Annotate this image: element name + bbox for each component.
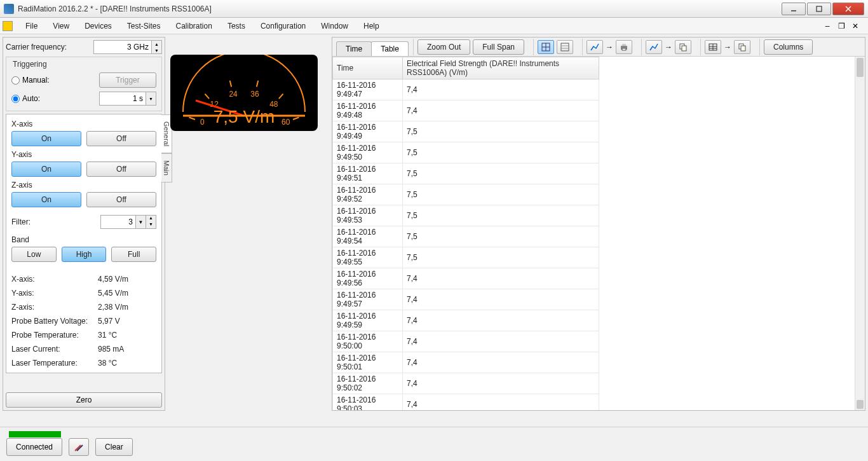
cell-time: 16-11-2016 9:49:53 (333, 205, 403, 226)
readout-value: 2,38 V/m (98, 303, 128, 312)
svg-rect-20 (561, 43, 569, 51)
trigger-button[interactable]: Trigger (99, 72, 156, 88)
spin-down-icon[interactable]: ▼ (151, 47, 161, 53)
table-row[interactable]: 16-11-2016 9:49:557,5 (333, 247, 599, 268)
carrier-freq-label: Carrier frequency: (6, 43, 90, 52)
readout-label: Laser Temperature: (11, 359, 98, 368)
close-button[interactable] (832, 3, 864, 15)
menu-file[interactable]: File (18, 19, 45, 33)
readout-label: Probe Temperature: (11, 331, 98, 340)
full-span-button[interactable]: Full Span (473, 39, 524, 55)
svg-line-10 (257, 81, 258, 87)
table-row[interactable]: 16-11-2016 9:50:007,4 (333, 331, 599, 352)
zoom-out-button[interactable]: Zoom Out (417, 39, 470, 55)
readout-value: 5,45 V/m (98, 289, 128, 298)
menu-devices[interactable]: Devices (77, 19, 119, 33)
table-row[interactable]: 16-11-2016 9:49:477,4 (333, 79, 599, 100)
table-icon[interactable] (705, 40, 721, 54)
tab-table[interactable]: Table (371, 41, 409, 56)
axis-panel: General Main X-axis OnOff Y-axis OnOff Z… (6, 114, 162, 373)
filter-input[interactable]: 3 (100, 215, 136, 229)
table-row[interactable]: 16-11-2016 9:49:517,5 (333, 163, 599, 184)
band-full-button[interactable]: Full (111, 247, 156, 262)
xaxis-on-button[interactable]: On (11, 131, 81, 146)
table-row[interactable]: 16-11-2016 9:49:577,4 (333, 289, 599, 310)
readout-label: Z-axis: (11, 303, 98, 312)
mdi-restore-icon[interactable]: ❐ (836, 22, 846, 31)
tab-time[interactable]: Time (336, 41, 372, 56)
filter-dropdown-icon[interactable]: ▼ (136, 215, 146, 229)
maximize-button[interactable] (807, 3, 831, 15)
yaxis-off-button[interactable]: Off (86, 162, 156, 177)
zaxis-off-button[interactable]: Off (86, 192, 156, 207)
minimize-button[interactable] (782, 3, 806, 15)
grid-major-icon[interactable] (538, 40, 554, 54)
menu-test-sites[interactable]: Test-Sites (119, 19, 168, 33)
grid-minor-icon[interactable] (557, 40, 573, 54)
copy-icon[interactable] (675, 40, 691, 54)
mdi-minimize-icon[interactable]: – (822, 22, 832, 31)
zero-button[interactable]: Zero (6, 392, 162, 408)
gauge-value: 7,5 V/m (170, 107, 318, 127)
yaxis-on-button[interactable]: On (11, 162, 81, 177)
copy2-icon[interactable] (734, 40, 750, 54)
svg-rect-25 (622, 48, 626, 50)
band-low-button[interactable]: Low (11, 247, 57, 262)
cell-time: 16-11-2016 9:50:00 (333, 331, 403, 352)
tools-icon[interactable] (69, 438, 89, 456)
table-row[interactable]: 16-11-2016 9:49:527,5 (333, 184, 599, 205)
table-row[interactable]: 16-11-2016 9:50:027,4 (333, 373, 599, 394)
connected-button[interactable]: Connected (6, 438, 62, 456)
readout-value: 38 °C (98, 359, 117, 368)
table-row[interactable]: 16-11-2016 9:49:487,4 (333, 100, 599, 121)
readout-label: Laser Current: (11, 345, 98, 354)
col-time[interactable]: Time (333, 57, 403, 79)
table-row[interactable]: 16-11-2016 9:50:017,4 (333, 352, 599, 373)
chart-line-icon[interactable] (587, 40, 603, 54)
table-row[interactable]: 16-11-2016 9:50:037,4 (333, 394, 599, 411)
vertical-scrollbar[interactable] (855, 57, 865, 410)
readout-row: Laser Current:985 mA (11, 345, 156, 354)
menu-configuration[interactable]: Configuration (253, 19, 313, 33)
clear-button[interactable]: Clear (95, 438, 133, 456)
xaxis-off-button[interactable]: Off (86, 131, 156, 146)
menu-tests[interactable]: Tests (220, 19, 253, 33)
menu-calibration[interactable]: Calibration (168, 19, 220, 33)
filter-spin-down-icon[interactable]: ▼ (146, 222, 156, 228)
auto-radio[interactable] (11, 95, 20, 103)
cell-time: 16-11-2016 9:49:56 (333, 268, 403, 289)
readout-value: 31 °C (98, 331, 117, 340)
spin-up-icon[interactable]: ▲ (151, 41, 161, 47)
cell-time: 16-11-2016 9:49:57 (333, 289, 403, 310)
readout-label: Y-axis: (11, 289, 98, 298)
columns-button[interactable]: Columns (764, 39, 813, 55)
auto-interval-input[interactable]: 1 s▼ (99, 92, 156, 106)
readout-row: Probe Battery Voltage:5,97 V (11, 317, 156, 326)
yaxis-label: Y-axis (11, 150, 156, 159)
table-row[interactable]: 16-11-2016 9:49:547,5 (333, 226, 599, 247)
filter-spin-up-icon[interactable]: ▲ (146, 216, 156, 222)
col-field[interactable]: Electrical Field Strength (DARE!! Instru… (403, 57, 599, 79)
right-panel: Time Table Zoom Out Full Span → → (332, 37, 865, 411)
chart-line2-icon[interactable] (646, 40, 662, 54)
table-row[interactable]: 16-11-2016 9:49:507,5 (333, 142, 599, 163)
print-icon[interactable] (616, 40, 632, 54)
carrier-freq-input[interactable]: 3 GHz▲▼ (93, 40, 162, 54)
table-row[interactable]: 16-11-2016 9:49:597,4 (333, 310, 599, 331)
cell-time: 16-11-2016 9:50:01 (333, 352, 403, 373)
menu-view[interactable]: View (45, 19, 77, 33)
menu-help[interactable]: Help (356, 19, 387, 33)
side-tab-main[interactable]: Main (161, 153, 172, 182)
manual-radio[interactable] (11, 76, 20, 85)
status-bar: Connected Clear (0, 427, 868, 461)
table-row[interactable]: 16-11-2016 9:49:567,4 (333, 268, 599, 289)
menu-window[interactable]: Window (313, 19, 356, 33)
band-high-button[interactable]: High (62, 247, 107, 262)
zaxis-on-button[interactable]: On (11, 192, 81, 207)
cell-value: 7,4 (403, 268, 599, 289)
table-row[interactable]: 16-11-2016 9:49:497,5 (333, 121, 599, 142)
mdi-close-icon[interactable]: ✕ (850, 22, 860, 31)
table-row[interactable]: 16-11-2016 9:49:537,5 (333, 205, 599, 226)
svg-rect-24 (622, 44, 626, 46)
doc-icon (3, 21, 13, 31)
